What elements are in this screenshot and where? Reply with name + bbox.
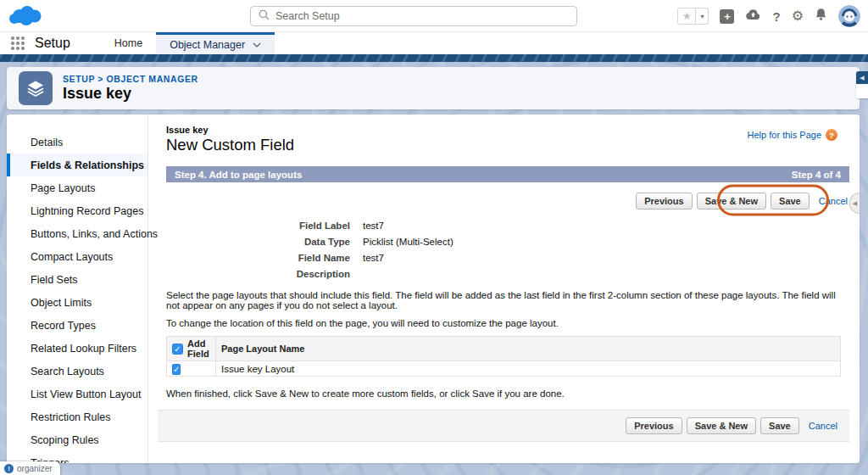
app-name-label: Setup: [35, 36, 70, 51]
help-link-label: Help for this Page: [748, 130, 821, 140]
utility-bar: ★ ▾ + ? ⚙: [0, 0, 868, 32]
sidebar-item-list-view-button-layout[interactable]: List View Button Layout: [7, 383, 147, 405]
cloud-upload-icon[interactable]: [745, 8, 761, 24]
sidebar-item-fields-relationships[interactable]: Fields & Relationships: [7, 154, 147, 176]
sidebar-item-related-lookup-filters[interactable]: Related Lookup Filters: [7, 337, 147, 360]
breadcrumb[interactable]: SETUP > OBJECT MANAGER: [63, 74, 198, 84]
field-label-value: test7: [363, 221, 384, 232]
cancel-link[interactable]: Cancel: [819, 196, 848, 206]
tab-object-manager[interactable]: Object Manager: [156, 32, 275, 54]
sidebar-item-buttons-links-actions[interactable]: Buttons, Links, and Actions: [7, 222, 147, 245]
field-row: Description: [166, 269, 849, 281]
save-button-bottom[interactable]: Save: [760, 417, 799, 434]
tab-home[interactable]: Home: [101, 32, 156, 54]
row-checkbox[interactable]: ✓: [172, 364, 181, 375]
field-row: Field Name test7: [166, 253, 849, 265]
chevron-down-icon: [253, 42, 261, 48]
field-row: Data Type Picklist (Multi-Select): [166, 237, 849, 249]
step-indicator: Step 4 of 4: [792, 170, 841, 180]
user-avatar[interactable]: [838, 5, 860, 27]
sidebar-item-page-layouts[interactable]: Page Layouts: [7, 176, 147, 199]
object-sidebar: Details Fields & Relationships Page Layo…: [7, 115, 148, 463]
field-row: Field Label test7: [166, 221, 849, 232]
previous-button-bottom[interactable]: Previous: [626, 417, 682, 434]
step-header-bar: Step 4. Add to page layouts Step 4 of 4: [166, 166, 849, 182]
sidebar-item-record-types[interactable]: Record Types: [7, 314, 147, 337]
salesforce-logo-icon: [8, 3, 47, 32]
favorites-dropdown-icon[interactable]: ▾: [696, 8, 709, 25]
object-icon: [19, 71, 53, 105]
footer-note: When finished, click Save & New to creat…: [166, 388, 849, 399]
save-and-new-button-bottom[interactable]: Save & New: [687, 417, 756, 434]
intro-text-1: Select the page layouts that should incl…: [166, 290, 849, 310]
organizer-icon: !: [4, 464, 14, 473]
table-row: ✓ Issue key Layout: [167, 361, 841, 377]
field-label-label: Field Label: [166, 221, 363, 232]
bottom-button-row: Previous Save & New Save Cancel: [158, 410, 849, 442]
description-label: Description: [166, 269, 363, 281]
layout-name-cell: Issue key Layout: [216, 361, 841, 377]
global-search: [250, 6, 577, 26]
collapse-panel-tab[interactable]: ◀: [856, 71, 868, 98]
favorite-star-icon[interactable]: ★: [677, 8, 696, 25]
data-type-value: Picklist (Multi-Select): [363, 237, 453, 249]
save-and-new-button[interactable]: Save & New: [697, 193, 766, 210]
sidebar-item-field-sets[interactable]: Field Sets: [7, 268, 147, 291]
sidebar-item-details[interactable]: Details: [7, 131, 147, 154]
sidebar-item-search-layouts[interactable]: Search Layouts: [7, 360, 147, 383]
header-dark-strip: [0, 54, 868, 62]
organizer-badge[interactable]: ! organizer: [0, 461, 60, 475]
table-header-row: ✓ Add Field Page Layout Name: [167, 337, 841, 361]
help-question-icon[interactable]: ?: [826, 129, 837, 141]
content-card: Details Fields & Relationships Page Layo…: [7, 115, 860, 463]
intro-text-2: To change the location of this field on …: [166, 318, 849, 328]
bell-icon[interactable]: [815, 8, 827, 25]
page-layouts-table: ✓ Add Field Page Layout Name ✓ Issue key…: [166, 336, 841, 377]
sidebar-item-object-limits[interactable]: Object Limits: [7, 291, 147, 314]
help-icon[interactable]: ?: [772, 9, 780, 24]
sidebar-item-scoping-rules[interactable]: Scoping Rules: [7, 428, 147, 451]
search-icon: [259, 8, 270, 24]
field-summary: Field Label test7 Data Type Picklist (Mu…: [166, 221, 849, 281]
page-header: SETUP > OBJECT MANAGER Issue key: [7, 67, 860, 109]
field-name-label: Field Name: [166, 253, 363, 265]
previous-button[interactable]: Previous: [636, 193, 692, 210]
utility-icons: ★ ▾ + ? ⚙: [677, 0, 860, 32]
search-input[interactable]: [275, 10, 569, 22]
sidebar-item-compact-layouts[interactable]: Compact Layouts: [7, 245, 147, 268]
organizer-label: organizer: [17, 464, 53, 473]
gear-icon[interactable]: ⚙: [792, 9, 804, 23]
add-field-header-checkbox[interactable]: ✓: [172, 344, 183, 355]
step-header-label: Step 4. Add to page layouts: [175, 170, 302, 180]
help-for-this-page-link[interactable]: Help for this Page ?: [748, 129, 837, 141]
setup-nav-bar: Setup Home Object Manager: [0, 32, 868, 54]
page-title: Issue key: [63, 85, 198, 103]
favorites-control: ★ ▾: [677, 8, 709, 25]
add-field-column-header: Add Field: [187, 338, 210, 359]
field-name-value: test7: [363, 253, 384, 265]
top-button-row: Previous Save & New Save Cancel: [166, 182, 849, 218]
main-panel: Issue key New Custom Field Help for this…: [149, 115, 860, 463]
collapse-panel-icon[interactable]: ◀: [856, 71, 868, 84]
app-launcher-icon[interactable]: [11, 36, 25, 50]
page-layout-name-column-header: Page Layout Name: [216, 337, 841, 361]
sidebar-item-restriction-rules[interactable]: Restriction Rules: [7, 405, 147, 428]
add-icon[interactable]: +: [720, 9, 734, 24]
sidebar-item-lightning-record-pages[interactable]: Lightning Record Pages: [7, 199, 147, 222]
data-type-label: Data Type: [166, 237, 363, 249]
cancel-link-bottom[interactable]: Cancel: [809, 421, 837, 431]
tab-object-manager-label: Object Manager: [170, 39, 245, 51]
save-button[interactable]: Save: [771, 193, 810, 210]
page-header-text: SETUP > OBJECT MANAGER Issue key: [63, 74, 198, 103]
